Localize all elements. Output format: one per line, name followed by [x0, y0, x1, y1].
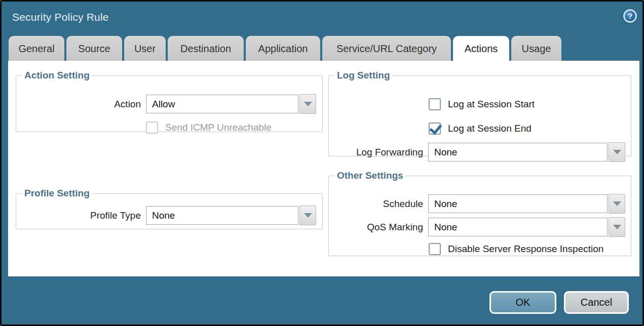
qos-marking-label: QoS Marking	[329, 222, 423, 233]
tab-application[interactable]: Application	[246, 36, 320, 61]
disable-server-response-inspection-checkbox-row[interactable]: Disable Server Response Inspection	[429, 243, 603, 255]
actions-tab-panel: Action Setting Action Allow Send ICMP Un…	[8, 61, 639, 276]
profile-setting-legend: Profile Setting	[22, 188, 92, 199]
action-dropdown-value: Allow	[146, 95, 298, 113]
profile-type-dropdown-button[interactable]	[299, 206, 316, 225]
tab-usage[interactable]: Usage	[511, 36, 561, 61]
log-forwarding-dropdown-value: None	[428, 143, 608, 161]
log-session-end-label: Log at Session End	[448, 123, 532, 134]
action-dropdown[interactable]: Allow	[146, 95, 316, 114]
profile-type-label: Profile Type	[16, 210, 141, 221]
profile-setting-group: Profile Setting Profile Type None	[16, 188, 323, 229]
send-icmp-unreachable-checkbox-row: Send ICMP Unreachable	[146, 121, 272, 134]
cancel-button[interactable]: Cancel	[564, 291, 629, 314]
send-icmp-unreachable-label: Send ICMP Unreachable	[165, 122, 272, 133]
tab-destination[interactable]: Destination	[168, 36, 244, 61]
action-label: Action	[16, 99, 141, 110]
log-forwarding-dropdown[interactable]: None	[428, 143, 625, 162]
schedule-label: Schedule	[329, 198, 423, 210]
tab-source[interactable]: Source	[66, 36, 122, 61]
disable-server-response-inspection-checkbox[interactable]	[429, 243, 441, 255]
profile-type-dropdown-value: None	[146, 206, 298, 225]
qos-marking-dropdown-value: None	[428, 218, 608, 236]
dialog-title: Security Policy Rule	[12, 11, 109, 23]
tab-service-url-category[interactable]: Service/URL Category	[322, 36, 451, 61]
other-settings-group: Other Settings Schedule None QoS Marking…	[328, 170, 631, 256]
action-setting-legend: Action Setting	[22, 70, 92, 81]
log-session-start-checkbox-row[interactable]: Log at Session Start	[429, 98, 535, 110]
log-forwarding-label: Log Forwarding	[329, 147, 423, 158]
log-session-end-checkbox[interactable]	[429, 123, 441, 135]
log-setting-legend: Log Setting	[334, 70, 392, 81]
tab-bar: General Source User Destination Applicat…	[9, 36, 561, 61]
log-forwarding-dropdown-button[interactable]	[609, 142, 625, 162]
action-dropdown-button[interactable]	[299, 94, 316, 114]
qos-marking-dropdown[interactable]: None	[428, 218, 625, 237]
qos-marking-dropdown-button[interactable]	[609, 217, 625, 237]
tab-user[interactable]: User	[124, 36, 166, 61]
schedule-dropdown[interactable]: None	[428, 194, 625, 214]
tab-general[interactable]: General	[9, 36, 64, 61]
disable-server-response-inspection-label: Disable Server Response Inspection	[448, 243, 603, 255]
log-setting-group: Log Setting Log at Session Start Log at …	[328, 70, 631, 156]
action-setting-group: Action Setting Action Allow Send ICMP Un…	[16, 70, 323, 132]
ok-button[interactable]: OK	[489, 291, 556, 314]
tab-actions[interactable]: Actions	[453, 36, 509, 61]
log-session-start-label: Log at Session Start	[448, 99, 535, 110]
profile-type-dropdown[interactable]: None	[146, 206, 316, 225]
log-session-end-checkbox-row[interactable]: Log at Session End	[429, 123, 532, 135]
help-icon[interactable]: ?	[623, 9, 637, 23]
log-session-start-checkbox[interactable]	[429, 98, 441, 110]
other-settings-legend: Other Settings	[334, 170, 406, 181]
schedule-dropdown-value: None	[428, 194, 608, 213]
schedule-dropdown-button[interactable]	[609, 194, 625, 214]
security-policy-rule-dialog: Security Policy Rule ? General Source Us…	[0, 0, 644, 326]
send-icmp-unreachable-checkbox	[146, 121, 158, 134]
